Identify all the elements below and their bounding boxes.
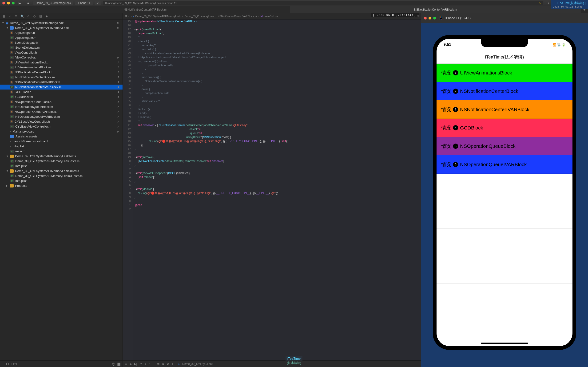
back-icon[interactable]: ‹ bbox=[129, 15, 129, 18]
tree-row[interactable]: mInfo.plist bbox=[0, 178, 122, 183]
tree-row[interactable]: mNSOperationQueueBlock.mA bbox=[0, 104, 122, 109]
tree-row[interactable]: hNSNotificationCenterBlock.hA bbox=[0, 70, 122, 75]
line-gutter[interactable]: 1516171819202122232425262728293031323334… bbox=[123, 19, 133, 360]
tree-row[interactable]: hGCDBlock.hA bbox=[0, 90, 122, 94]
warning-icon[interactable]: ⚠ bbox=[539, 2, 541, 5]
sim-zoom-icon[interactable] bbox=[433, 17, 436, 19]
editor-tab[interactable]: NSNotificationCenterIVARBlock.m bbox=[0, 6, 290, 13]
step-over-icon[interactable]: ↷ bbox=[140, 362, 142, 366]
tree-row[interactable]: mmain.m bbox=[0, 149, 122, 154]
tree-row[interactable]: ▶Products bbox=[0, 183, 122, 188]
continue-icon[interactable]: ▶‖ bbox=[134, 362, 138, 366]
tree-row[interactable]: ▼Deme_39_CYLSystemAPIMemoryLeakM bbox=[0, 25, 122, 30]
filter-icon: ⊙ bbox=[6, 362, 9, 366]
tree-row[interactable]: ▪LaunchScreen.storyboard bbox=[0, 139, 122, 144]
navigator-filter-bar: + ⊙ ◷ ▣ bbox=[0, 360, 122, 367]
empty-cell bbox=[437, 192, 572, 210]
tree-row[interactable]: ▼▣Deme_39_CYLSystemAPIMemoryLeakM bbox=[0, 20, 122, 25]
iphone-frame: 9:51 📶 📡 🔋 iTeaTime(技术清谈) 情况1UIViewAnima… bbox=[433, 35, 576, 350]
table-cell[interactable]: 情况2NSNotificationCenterBlock bbox=[437, 82, 572, 100]
sim-close-icon[interactable] bbox=[424, 17, 427, 19]
step-in-icon[interactable]: ↓ bbox=[145, 362, 146, 366]
related-icon[interactable]: ▦ bbox=[125, 15, 127, 18]
watermark-title: iTeaTime bbox=[285, 356, 303, 361]
table-cell[interactable]: 情况3NSNotificationCenterIVARBlock bbox=[437, 100, 572, 119]
tree-row[interactable]: hAppDelegate.h bbox=[0, 30, 122, 35]
tree-row[interactable]: mAppDelegate.m bbox=[0, 35, 122, 40]
jb-method[interactable]: -viewDidLoad bbox=[264, 15, 279, 18]
tree-row[interactable]: ▪Main.storyboardM bbox=[0, 129, 122, 134]
tree-row[interactable]: mSceneDelegate.m bbox=[0, 45, 122, 50]
tree-row[interactable]: mNSNotificationCenterBlock.mA bbox=[0, 75, 122, 80]
tree-row[interactable]: ▪Info.plist bbox=[0, 144, 122, 149]
breakpoints-icon[interactable]: ◈ bbox=[130, 362, 132, 366]
tree-row[interactable]: mDeme_39_CYLSystemAPIMemoryLeakTests.m bbox=[0, 158, 122, 164]
jb-file[interactable]: NSNotificationCenterIVARBlock.m bbox=[217, 15, 257, 18]
tree-row[interactable]: mInfo.plist bbox=[0, 164, 122, 168]
stop-button[interactable]: ■ bbox=[25, 1, 32, 5]
tree-row[interactable]: hUIViewAnimationsBlock.hA bbox=[0, 60, 122, 65]
step-out-icon[interactable]: ↑ bbox=[148, 362, 150, 366]
jb-group[interactable]: Deme_39_C...emoryLeak bbox=[184, 15, 214, 18]
memory-icon[interactable]: ◉ bbox=[162, 362, 164, 366]
filter-input[interactable] bbox=[11, 362, 110, 366]
watermark: iTeaTime (技术清谈) bbox=[285, 356, 303, 365]
env-icon[interactable]: ⚙ bbox=[166, 362, 169, 366]
tree-row[interactable]: Assets.xcassets bbox=[0, 134, 122, 139]
zoom-window-icon[interactable] bbox=[12, 2, 15, 4]
tree-row[interactable]: mGCDBlock.mA bbox=[0, 94, 122, 99]
issue-icon[interactable]: ⚠ bbox=[26, 14, 30, 18]
jb-project[interactable]: Deme_39_CYLSystemAPIMemoryLeak bbox=[135, 15, 181, 18]
device-selector[interactable]: iPhone 11 bbox=[75, 1, 93, 5]
tree-row[interactable]: hNSOperationQueueIVARBlock.hA bbox=[0, 109, 122, 114]
tree-row[interactable]: hNSOperationQueueBlock.hA bbox=[0, 99, 122, 104]
debug-view-icon[interactable]: ▭ bbox=[125, 362, 127, 366]
find-icon[interactable]: 🔍 bbox=[20, 14, 24, 18]
tree-row[interactable]: hCYLBaseViewController.hA bbox=[0, 119, 122, 124]
tree-row[interactable]: mNSNotificationCenterIVARBlock.mA bbox=[0, 84, 122, 90]
forward-icon[interactable]: › bbox=[131, 15, 132, 18]
watermark-subtitle: (技术清谈) bbox=[285, 361, 303, 365]
table-cell[interactable]: 情况5NSOperationQueueBlock bbox=[437, 137, 572, 155]
home-indicator[interactable] bbox=[481, 342, 528, 344]
location-icon[interactable]: ➤ bbox=[172, 362, 174, 366]
scm-icon[interactable]: ▣ bbox=[117, 362, 121, 366]
debug-breadcrumb[interactable]: Deme_39_CYLSy...Leak bbox=[182, 362, 213, 366]
sim-min-icon[interactable] bbox=[429, 17, 431, 19]
tree-row[interactable]: mCYLBaseViewController.mA bbox=[0, 124, 122, 129]
run-button[interactable]: ▶ bbox=[17, 1, 23, 5]
folder-icon[interactable]: ▦ bbox=[2, 14, 6, 18]
empty-cell bbox=[437, 284, 572, 302]
activity-view: Running Deme_39_CYLSystemAPIMemoryLeak o… bbox=[103, 1, 543, 5]
test-icon[interactable]: ◇ bbox=[33, 14, 36, 18]
editor-tab[interactable]: NSNotificationCenterIVARBlock.m bbox=[290, 6, 581, 13]
overlay-timestamp: 2020-06-01,21:51:43 | bbox=[553, 5, 586, 8]
tree-row[interactable]: ▼Deme_39_CYLSystemAPIMemoryLeakUITests bbox=[0, 168, 122, 173]
tree-row[interactable]: hNSNotificationCenterIVARBlock.hA bbox=[0, 80, 122, 84]
tree-row[interactable]: mDeme_39_CYLSystemAPIMemoryLeakUITests.m bbox=[0, 173, 122, 178]
symbol-icon[interactable]: ⊞ bbox=[14, 14, 18, 18]
scheme-selector[interactable]: Deme_39_C...IMemoryLeak bbox=[33, 1, 73, 5]
table-cell[interactable]: 情况6NSOperationQueueIVARBlock bbox=[437, 155, 572, 174]
tree-row[interactable]: ▼Deme_39_CYLSystemAPIMemoryLeakTests bbox=[0, 154, 122, 158]
breakpoint-icon[interactable]: ◈ bbox=[45, 14, 48, 18]
xcode-toolbar: ▶ ■ Deme_39_C...IMemoryLeak iPhone 11 2 … bbox=[0, 0, 588, 6]
code-content[interactable]: @implementation NSNotificationCenterIVAR… bbox=[133, 19, 421, 360]
tree-row[interactable]: mViewController.mM bbox=[0, 55, 122, 60]
empty-cell bbox=[437, 210, 572, 229]
add-icon[interactable]: + bbox=[2, 362, 4, 366]
close-window-icon[interactable] bbox=[2, 2, 5, 4]
debug-icon[interactable]: ▤ bbox=[39, 14, 42, 18]
tree-row[interactable]: hSceneDelegate.h bbox=[0, 40, 122, 45]
minimize-window-icon[interactable] bbox=[7, 2, 10, 4]
report-icon[interactable]: ☰ bbox=[51, 14, 55, 18]
view-debug-icon[interactable]: ▦ bbox=[157, 362, 159, 366]
tree-row[interactable]: mNSOperationQueueIVARBlock.mA bbox=[0, 114, 122, 119]
tree-row[interactable]: mUIViewAnimationsBlock.mA bbox=[0, 65, 122, 70]
iphone-screen[interactable]: 9:51 📶 📡 🔋 iTeaTime(技术清谈) 情况1UIViewAnima… bbox=[437, 39, 572, 346]
table-cell[interactable]: 情况1UIViewAnimationsBlock bbox=[437, 64, 572, 82]
tree-row[interactable]: hViewController.h bbox=[0, 50, 122, 55]
source-control-icon[interactable]: ⎌ bbox=[8, 14, 12, 18]
table-cell[interactable]: 情况4GCDBlock bbox=[437, 119, 572, 137]
recent-icon[interactable]: ◷ bbox=[112, 362, 115, 366]
